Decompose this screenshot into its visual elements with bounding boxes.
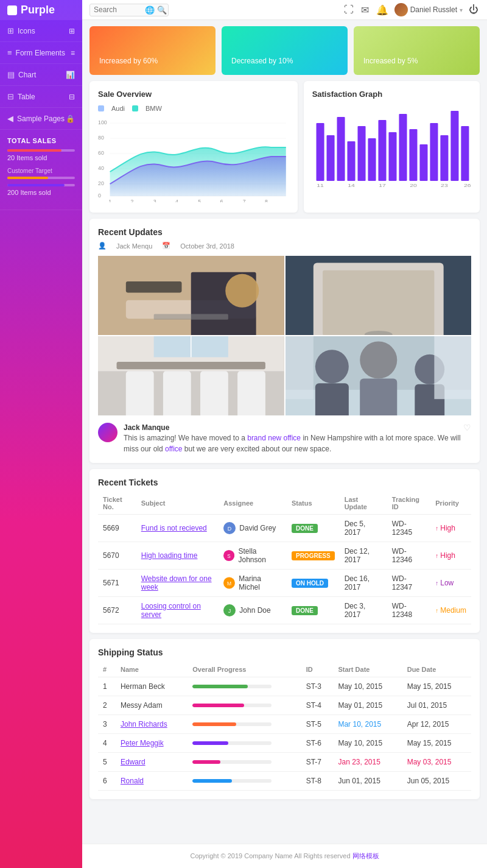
- priority-arrow-icon: ↑: [435, 525, 438, 532]
- svg-rect-49: [323, 270, 434, 335]
- ship-progress-fill: [192, 685, 248, 688]
- bell-icon[interactable]: 🔔: [375, 3, 390, 17]
- ticket-priority: ↑ High: [430, 542, 471, 570]
- svg-rect-70: [434, 336, 471, 399]
- ticket-subject-link[interactable]: Loosing control on server: [141, 602, 201, 619]
- icons-icon: ⊞: [7, 26, 14, 35]
- svg-text:D: D: [228, 526, 232, 532]
- legend-audi-dot: [98, 105, 104, 111]
- user-dropdown-arrow: ▾: [460, 7, 463, 13]
- recent-updates-card: Recent Updates 👤 Jack Menqu 📅 October 3r…: [89, 219, 480, 463]
- ship-progress-fill: [192, 722, 236, 726]
- sidebar-logo[interactable]: Purple: [0, 0, 82, 20]
- ticket-subject[interactable]: High loading time: [136, 542, 219, 570]
- ship-due-date: Apr 12, 2015: [402, 715, 471, 734]
- sales-label-3: 200 Items sold: [7, 189, 75, 196]
- col-subject: Subject: [136, 492, 219, 515]
- heart-icon[interactable]: ♡: [463, 423, 471, 432]
- svg-point-66: [360, 341, 397, 378]
- ticket-tracking-id: WD-12348: [387, 597, 430, 624]
- ship-num: 4: [98, 734, 116, 753]
- svg-point-45: [225, 274, 259, 308]
- sidebar-item-table[interactable]: ⊟ Table ⊟: [0, 86, 82, 108]
- ticket-subject[interactable]: Website down for one week: [136, 570, 219, 597]
- comment-name: Jack Manque: [124, 423, 169, 432]
- ship-due-date: May 03, 2015: [402, 753, 471, 772]
- priority-arrow-icon: ↑: [435, 580, 438, 587]
- ticket-subject[interactable]: Loosing control on server: [136, 597, 219, 624]
- stat-card-3-title: [363, 36, 470, 47]
- ticket-subject-link[interactable]: High loading time: [141, 551, 198, 560]
- search-wrap[interactable]: 🌐 🔍: [89, 4, 169, 16]
- ticket-subject[interactable]: Fund is not recieved: [136, 515, 219, 542]
- ship-name-link[interactable]: Edward: [121, 758, 145, 766]
- stat-card-1-title: [99, 36, 206, 47]
- mail-icon[interactable]: ✉: [360, 3, 370, 17]
- search-icon[interactable]: 🔍: [157, 5, 167, 15]
- ticket-no: 5671: [98, 570, 136, 597]
- comment-section: Jack Manque ♡ This is amazing! We have m…: [98, 423, 471, 454]
- photo-grid: [98, 256, 471, 415]
- ship-name-link[interactable]: Ronald: [121, 777, 144, 785]
- col-num: #: [98, 662, 116, 677]
- ship-num: 2: [98, 696, 116, 715]
- sidebar-item-badge: ⊞: [69, 27, 75, 35]
- ticket-subject-link[interactable]: Website down for one week: [141, 574, 212, 591]
- sidebar-item-sample-pages[interactable]: ◀ Sample Pages 🔒: [0, 108, 82, 130]
- footer-link[interactable]: 网络模板: [352, 852, 379, 859]
- power-icon[interactable]: ⏻: [468, 3, 480, 16]
- ticket-no: 5670: [98, 542, 136, 570]
- expand-icon[interactable]: ⛶: [343, 3, 355, 16]
- svg-rect-30: [419, 144, 427, 181]
- col-ticket-no: Ticket No.: [98, 492, 136, 515]
- sidebar-item-form-elements[interactable]: ≡ Form Elements ≡: [0, 42, 82, 64]
- user-info[interactable]: Daniel Russlet ▾: [394, 3, 463, 16]
- table-row: 5671 Website down for one week M Marina …: [98, 570, 471, 597]
- search-input[interactable]: [94, 5, 142, 14]
- ticket-subject-link[interactable]: Fund is not recieved: [141, 524, 207, 532]
- ship-name: Herman Beck: [121, 682, 165, 691]
- ticket-no: 5669: [98, 515, 136, 542]
- sidebar: Purple ⊞ Icons ⊞ ≡ Form Elements ≡ ▤ Cha…: [0, 0, 82, 868]
- ship-name-link[interactable]: John Richards: [121, 720, 167, 729]
- svg-rect-71: [286, 336, 314, 399]
- ship-progress-cell: [187, 677, 301, 696]
- col-start-date: Start Date: [333, 662, 402, 677]
- ship-num: 6: [98, 772, 116, 791]
- ship-progress-fill: [192, 779, 232, 783]
- table-row: 5669 Fund is not recieved D David Grey D…: [98, 515, 471, 542]
- svg-rect-21: [326, 135, 334, 181]
- svg-rect-58: [237, 371, 265, 415]
- customer-target-label: Customer Target: [7, 168, 75, 174]
- form-elements-icon: ≡: [7, 48, 12, 57]
- ship-progress-cell: [187, 753, 301, 772]
- ship-progress-wrap: [192, 779, 272, 783]
- svg-text:1: 1: [108, 199, 111, 202]
- legend-bmw-dot: [132, 105, 138, 111]
- svg-rect-28: [399, 114, 407, 181]
- sidebar-item-expand-icon: ≡: [71, 49, 75, 57]
- sidebar-item-chart[interactable]: ▤ Chart 📊: [0, 64, 82, 86]
- sidebar-item-label: Icons: [18, 27, 35, 35]
- col-name: Name: [116, 662, 187, 677]
- sidebar-item-label: Sample Pages: [17, 115, 65, 123]
- stat-card-1-sub: Increased by 60%: [99, 57, 206, 65]
- stat-card-2: Decreased by 10%: [222, 26, 348, 75]
- ship-id: ST-8: [301, 772, 334, 791]
- ticket-assignee: D David Grey: [219, 515, 287, 542]
- total-sales-title: Total Sales: [7, 137, 75, 144]
- svg-rect-23: [347, 141, 355, 181]
- col-assignee: Assignee: [219, 492, 287, 515]
- svg-point-64: [315, 350, 348, 383]
- ship-id: ST-6: [301, 734, 334, 753]
- svg-rect-55: [126, 371, 154, 415]
- priority-label: Low: [440, 579, 454, 587]
- col-due-date: Due Date: [402, 662, 471, 677]
- ship-start-date: Jan 23, 2015: [333, 753, 402, 772]
- sidebar-item-label: Table: [18, 93, 35, 101]
- ship-name-link[interactable]: Peter Meggik: [121, 739, 164, 747]
- sidebar-item-label: Form Elements: [16, 49, 65, 57]
- sidebar-item-icons[interactable]: ⊞ Icons ⊞: [0, 20, 82, 42]
- main-content: 🌐 🔍 ⛶ ✉ 🔔 Daniel Russlet ▾ ⏻ Increased b…: [82, 0, 487, 868]
- ticket-status: DONE: [287, 597, 340, 624]
